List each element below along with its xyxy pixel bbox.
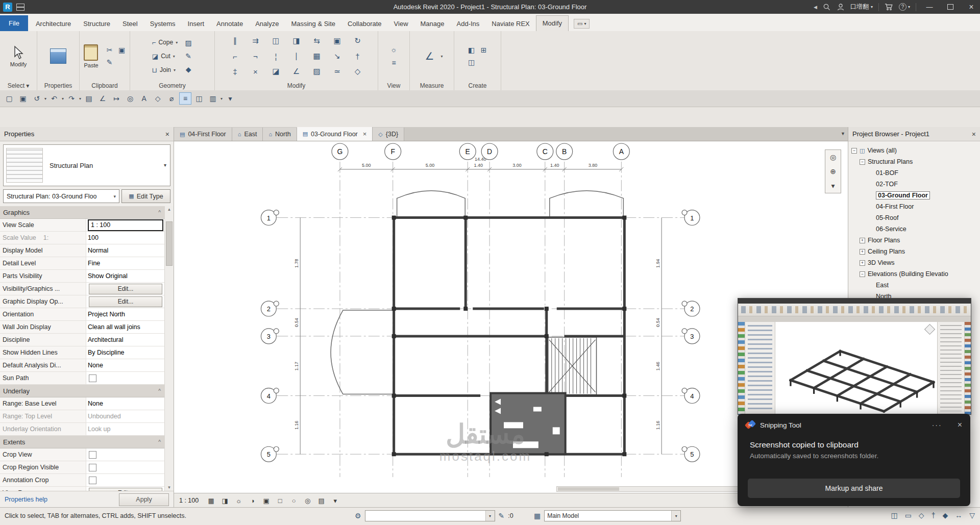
- cut-menu[interactable]: ◪Cut▾: [150, 50, 180, 62]
- value-input[interactable]: 1 : 100: [88, 219, 163, 231]
- property-value[interactable]: [86, 372, 165, 384]
- ribbon-tab-collaborate[interactable]: Collaborate: [341, 17, 388, 31]
- geometry-panel-label[interactable]: Geometry: [130, 81, 214, 90]
- tree-item-06-service[interactable]: 06-Service: [848, 223, 980, 235]
- select-links-icon[interactable]: ▭: [905, 511, 912, 519]
- thin-lines-icon[interactable]: ≡: [388, 57, 400, 68]
- filter-icon[interactable]: ▽: [969, 511, 975, 519]
- measure-between-references-icon-caret[interactable]: ▾: [440, 54, 443, 59]
- ribbon-tab-architecture[interactable]: Architecture: [30, 17, 77, 31]
- ribbon-tab-structure[interactable]: Structure: [77, 17, 116, 31]
- collapse-node-icon[interactable]: −: [860, 159, 865, 165]
- cut-profile-icon[interactable]: ∠: [290, 65, 303, 78]
- analytical-model-icon[interactable]: ▾: [330, 495, 340, 506]
- cope-menu-caret[interactable]: ▾: [176, 40, 178, 45]
- trim-extend-corner-icon[interactable]: ⌐: [229, 50, 242, 62]
- expand-node-icon[interactable]: +: [860, 238, 865, 243]
- view-scale-button[interactable]: 1 : 100: [179, 497, 199, 504]
- cut-menu-caret[interactable]: ▾: [173, 54, 175, 59]
- sync-icon[interactable]: ↺: [31, 92, 43, 105]
- crop-view-icon[interactable]: ▣: [261, 495, 272, 506]
- section-graphics[interactable]: Graphics^: [0, 206, 165, 219]
- array-icon[interactable]: ▦: [310, 50, 324, 62]
- properties-palette-button[interactable]: [47, 47, 69, 65]
- measure-between-references-icon[interactable]: ∠: [421, 48, 438, 64]
- expand-node-icon[interactable]: +: [860, 260, 865, 266]
- section-underlay[interactable]: Underlay^: [0, 385, 165, 397]
- offset-icon[interactable]: ⇉: [249, 35, 262, 47]
- view-tab-03-ground-floor[interactable]: ▤03-Ground Floor×: [297, 127, 373, 141]
- ribbon-tab-insert[interactable]: Insert: [182, 17, 211, 31]
- switch-windows-icon-caret[interactable]: ▾: [220, 96, 223, 101]
- view-tab-3d[interactable]: ◇{3D}: [373, 128, 404, 141]
- match-properties-icon[interactable]: ◪: [270, 65, 283, 78]
- editing-requests-icon[interactable]: ✎: [499, 512, 505, 520]
- create-similar-icon[interactable]: ⊞: [478, 44, 489, 56]
- account-icon[interactable]: [837, 3, 845, 11]
- ribbon-options-toggle[interactable]: ▭ ▾: [574, 19, 590, 29]
- save-icon[interactable]: ▣: [17, 92, 29, 105]
- paint-tool-icon[interactable]: ▨: [310, 65, 324, 78]
- property-value[interactable]: [86, 461, 165, 473]
- properties-scrollbar[interactable]: ▲ ▼: [164, 206, 174, 491]
- properties-close-icon[interactable]: ×: [165, 130, 169, 138]
- type-selector-caret-icon[interactable]: ▾: [164, 162, 166, 168]
- pin-icon[interactable]: †: [351, 50, 364, 62]
- property-value[interactable]: Edit...: [86, 283, 165, 295]
- select-by-face-icon[interactable]: ◆: [942, 511, 948, 519]
- properties-help-link[interactable]: Properties help: [5, 496, 47, 503]
- collapse-node-icon[interactable]: −: [851, 148, 857, 154]
- active-workset-select[interactable]: ▾: [365, 510, 495, 521]
- section-extents[interactable]: Extents^: [0, 436, 165, 448]
- section-icon[interactable]: ⌀: [165, 92, 178, 105]
- split-element-icon[interactable]: ¦: [270, 50, 283, 62]
- checkbox-unchecked[interactable]: [89, 464, 96, 471]
- tree-item-02-tof[interactable]: 02-TOF: [848, 179, 980, 190]
- design-options-icon[interactable]: ▦: [534, 512, 541, 520]
- cut-to-clipboard-icon[interactable]: ✂: [104, 44, 115, 56]
- checkbox-unchecked[interactable]: [89, 477, 96, 484]
- tree-item-floor-plans[interactable]: +Floor Plans: [848, 235, 980, 246]
- customize-qat-icon[interactable]: ▾: [224, 92, 236, 105]
- tree-item-01-bof[interactable]: 01-BOF: [848, 167, 980, 179]
- tag-by-category-icon[interactable]: ◎: [124, 92, 136, 105]
- ribbon-tab-analyze[interactable]: Analyze: [249, 17, 285, 31]
- toast-more-options-icon[interactable]: ···: [932, 421, 942, 429]
- collapse-section-icon[interactable]: ^: [158, 388, 162, 394]
- modify-panel-label[interactable]: Modify: [215, 81, 378, 90]
- worksharing-display-icon[interactable]: ◫: [891, 511, 897, 519]
- tree-item-3d-views[interactable]: +3D Views: [848, 257, 980, 268]
- scroll-down-icon[interactable]: ▼: [165, 485, 174, 490]
- measure-between-icon[interactable]: ≃: [331, 65, 344, 78]
- workset-caret-icon[interactable]: ▾: [485, 511, 495, 521]
- revit-logo-icon[interactable]: R: [3, 3, 12, 12]
- print-icon[interactable]: ▤: [83, 92, 95, 105]
- modify-tool-button[interactable]: Modify: [8, 44, 29, 69]
- property-value[interactable]: Fine: [86, 257, 165, 269]
- tree-item-elevations-building-elevatio[interactable]: −Elevations (Building Elevatio: [848, 268, 980, 280]
- close-button[interactable]: ×: [964, 0, 979, 14]
- frame-options-icon[interactable]: [16, 4, 24, 11]
- view-panel-label[interactable]: View: [378, 81, 409, 90]
- property-value[interactable]: Clean all wall joins: [86, 321, 165, 333]
- show-crop-region-icon[interactable]: □: [275, 495, 285, 506]
- create-group-icon[interactable]: ◧: [466, 44, 477, 56]
- undo-icon-caret[interactable]: ▾: [62, 96, 64, 101]
- design-options-caret-icon[interactable]: ▾: [671, 511, 680, 521]
- measure-panel-label[interactable]: Measure: [410, 81, 454, 90]
- wall-joins-icon[interactable]: ◆: [183, 64, 194, 75]
- zoom-icon[interactable]: ⊕: [827, 166, 839, 177]
- collapse-search-icon[interactable]: ◀: [814, 5, 817, 10]
- property-value[interactable]: 100: [86, 232, 165, 244]
- sync-icon-caret[interactable]: ▾: [44, 96, 46, 101]
- clipboard-panel-label[interactable]: Clipboard: [80, 81, 130, 90]
- collapse-node-icon[interactable]: −: [860, 271, 865, 277]
- join-menu-caret[interactable]: ▾: [174, 68, 176, 72]
- maximize-button[interactable]: [943, 0, 958, 14]
- tree-item-east[interactable]: East: [848, 280, 980, 291]
- edit-button[interactable]: Edit...: [89, 284, 162, 294]
- properties-panel-label[interactable]: Properties: [37, 81, 79, 90]
- property-value[interactable]: Architectural: [86, 334, 165, 346]
- join-menu[interactable]: ⊔Join▾: [150, 64, 180, 76]
- ribbon-tab-file[interactable]: File: [0, 15, 28, 31]
